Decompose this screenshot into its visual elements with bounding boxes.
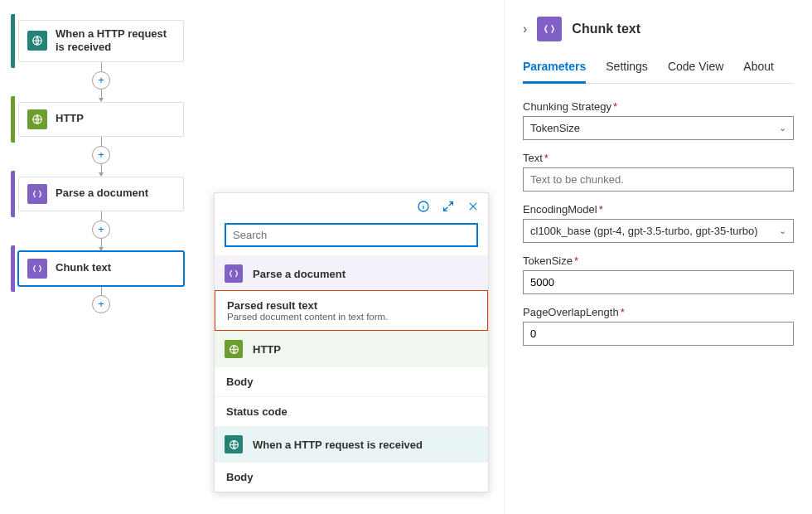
workflow-column: When a HTTP request is received + HTTP +…: [18, 20, 184, 313]
chevron-down-icon: ⌄: [779, 123, 786, 133]
node-label: Chunk text: [56, 261, 111, 274]
group-parse-document[interactable]: Parse a document: [215, 255, 488, 291]
field-token-size: TokenSize*: [523, 255, 794, 294]
input-token-size[interactable]: [523, 270, 794, 294]
chunk-icon: [537, 17, 562, 41]
tab-bar: Parameters Settings Code View About: [523, 60, 794, 84]
group-label: When a HTTP request is received: [253, 439, 423, 451]
input-text[interactable]: [523, 167, 794, 192]
group-label: Parse a document: [253, 268, 346, 280]
node-http[interactable]: HTTP: [18, 102, 184, 137]
group-http[interactable]: HTTP: [215, 331, 488, 366]
add-step-button[interactable]: +: [92, 221, 110, 239]
node-accent: [11, 171, 15, 217]
tab-code-view[interactable]: Code View: [668, 60, 723, 83]
add-step-button[interactable]: +: [92, 71, 110, 90]
item-title: Body: [226, 376, 476, 388]
label-text: Text*: [523, 152, 794, 164]
select-encoding-model[interactable]: cl100k_base (gpt-4, gpt-3.5-turbo, gpt-3…: [523, 219, 794, 243]
search-input[interactable]: [225, 223, 478, 247]
label-encoding-model: EncodingModel*: [523, 203, 794, 216]
item-body[interactable]: Body: [215, 462, 488, 492]
field-encoding-model: EncodingModel* cl100k_base (gpt-4, gpt-3…: [523, 203, 794, 243]
field-overlap: PageOverlapLength*: [523, 306, 794, 346]
label-chunking-strategy: Chunking Strategy*: [523, 100, 794, 113]
node-accent: [11, 245, 15, 292]
item-status-code[interactable]: Status code: [215, 396, 488, 426]
item-title: Parsed result text: [227, 299, 476, 312]
connector: +: [18, 286, 184, 313]
item-body[interactable]: Body: [215, 366, 488, 396]
add-step-button[interactable]: +: [92, 146, 110, 164]
info-icon[interactable]: [417, 200, 430, 213]
node-http-trigger[interactable]: When a HTTP request is received: [18, 20, 184, 62]
field-text: Text*: [523, 152, 794, 192]
node-accent: [11, 96, 15, 143]
http-icon: [225, 340, 243, 358]
node-chunk-text[interactable]: Chunk text: [18, 251, 184, 286]
http-trigger-icon: [225, 435, 243, 453]
group-http-trigger[interactable]: When a HTTP request is received: [215, 426, 488, 462]
item-title: Status code: [226, 405, 476, 418]
select-chunking-strategy[interactable]: TokenSize ⌄: [523, 116, 794, 140]
connector: +: [18, 137, 184, 177]
chevron-right-icon[interactable]: ›: [523, 22, 527, 36]
label-overlap: PageOverlapLength*: [523, 306, 794, 318]
tab-about[interactable]: About: [743, 60, 774, 83]
label-token-size: TokenSize*: [523, 255, 794, 267]
close-icon[interactable]: [466, 200, 480, 213]
search-container: [225, 223, 478, 247]
chunk-icon: [27, 259, 47, 279]
http-icon: [27, 109, 47, 129]
panel-header: › Chunk text: [523, 17, 794, 41]
parse-icon: [27, 184, 47, 204]
expand-icon[interactable]: [442, 200, 455, 213]
tab-parameters[interactable]: Parameters: [523, 60, 586, 84]
node-parse-document[interactable]: Parse a document: [18, 177, 184, 211]
select-value: TokenSize: [530, 122, 580, 134]
node-label: HTTP: [56, 112, 84, 125]
panel-title: Chunk text: [572, 22, 640, 36]
parse-icon: [225, 264, 243, 283]
field-chunking-strategy: Chunking Strategy* TokenSize ⌄: [523, 100, 794, 140]
popup-header: [215, 193, 488, 220]
chevron-down-icon: ⌄: [779, 225, 786, 236]
tab-settings[interactable]: Settings: [606, 60, 648, 83]
connector: +: [18, 62, 184, 102]
connector: +: [18, 211, 184, 251]
node-accent: [11, 14, 15, 68]
item-title: Body: [226, 471, 476, 483]
select-value: cl100k_base (gpt-4, gpt-3.5-turbo, gpt-3…: [530, 225, 758, 237]
group-label: HTTP: [253, 343, 281, 356]
dynamic-content-popup: Parse a document Parsed result text Pars…: [214, 192, 489, 492]
item-subtitle: Parsed document content in text form.: [227, 312, 476, 322]
http-trigger-icon: [27, 31, 47, 51]
add-step-button[interactable]: +: [92, 295, 110, 313]
node-label: When a HTTP request is received: [56, 27, 175, 55]
details-panel: › Chunk text Parameters Settings Code Vi…: [504, 0, 812, 514]
item-parsed-result-text[interactable]: Parsed result text Parsed document conte…: [215, 290, 488, 331]
node-label: Parse a document: [56, 187, 148, 200]
input-overlap[interactable]: [523, 322, 794, 346]
